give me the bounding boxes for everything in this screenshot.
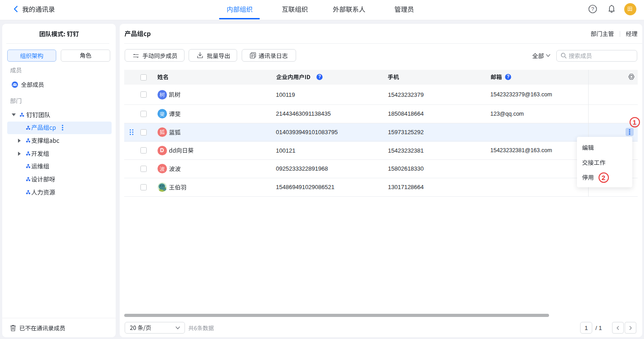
svg-text:?: ?: [591, 6, 594, 12]
svg-text:?: ?: [506, 74, 509, 79]
svg-text:?: ?: [318, 74, 320, 79]
